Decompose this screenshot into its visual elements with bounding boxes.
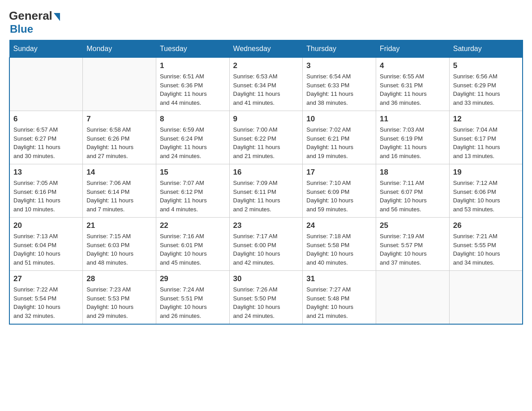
day-number: 4 bbox=[380, 61, 446, 70]
calendar-week-row: 13Sunrise: 7:05 AM Sunset: 6:16 PM Dayli… bbox=[9, 164, 523, 218]
logo: General Blue bbox=[9, 9, 60, 35]
calendar-cell: 29Sunrise: 7:24 AM Sunset: 5:51 PM Dayli… bbox=[156, 271, 229, 325]
day-info: Sunrise: 7:02 AM Sunset: 6:21 PM Dayligh… bbox=[306, 125, 372, 160]
calendar-cell: 27Sunrise: 7:22 AM Sunset: 5:54 PM Dayli… bbox=[9, 271, 83, 325]
day-number: 13 bbox=[13, 168, 79, 177]
column-header-saturday: Saturday bbox=[449, 40, 523, 58]
calendar-cell: 12Sunrise: 7:04 AM Sunset: 6:17 PM Dayli… bbox=[449, 111, 523, 164]
day-info: Sunrise: 7:19 AM Sunset: 5:57 PM Dayligh… bbox=[380, 232, 446, 267]
day-info: Sunrise: 7:07 AM Sunset: 6:12 PM Dayligh… bbox=[160, 179, 226, 214]
calendar-header-row: SundayMondayTuesdayWednesdayThursdayFrid… bbox=[9, 40, 523, 58]
day-info: Sunrise: 6:58 AM Sunset: 6:26 PM Dayligh… bbox=[86, 125, 152, 160]
day-info: Sunrise: 6:53 AM Sunset: 6:34 PM Dayligh… bbox=[233, 72, 299, 107]
day-info: Sunrise: 7:16 AM Sunset: 6:01 PM Dayligh… bbox=[160, 232, 226, 267]
day-info: Sunrise: 7:15 AM Sunset: 6:03 PM Dayligh… bbox=[86, 232, 152, 267]
day-number: 16 bbox=[233, 168, 299, 177]
column-header-tuesday: Tuesday bbox=[156, 40, 229, 58]
day-info: Sunrise: 7:27 AM Sunset: 5:48 PM Dayligh… bbox=[306, 285, 372, 320]
calendar-cell: 7Sunrise: 6:58 AM Sunset: 6:26 PM Daylig… bbox=[83, 111, 156, 164]
calendar-cell: 6Sunrise: 6:57 AM Sunset: 6:27 PM Daylig… bbox=[9, 111, 83, 164]
calendar-week-row: 20Sunrise: 7:13 AM Sunset: 6:04 PM Dayli… bbox=[9, 218, 523, 271]
calendar-cell: 25Sunrise: 7:19 AM Sunset: 5:57 PM Dayli… bbox=[376, 218, 450, 271]
day-number: 29 bbox=[160, 274, 226, 283]
day-number: 2 bbox=[233, 61, 299, 70]
calendar-cell: 18Sunrise: 7:11 AM Sunset: 6:07 PM Dayli… bbox=[376, 164, 450, 218]
day-number: 20 bbox=[13, 221, 79, 230]
calendar-week-row: 27Sunrise: 7:22 AM Sunset: 5:54 PM Dayli… bbox=[9, 271, 523, 325]
calendar-cell: 1Sunrise: 6:51 AM Sunset: 6:36 PM Daylig… bbox=[156, 58, 229, 111]
day-info: Sunrise: 7:10 AM Sunset: 6:09 PM Dayligh… bbox=[306, 179, 372, 214]
calendar-cell: 4Sunrise: 6:55 AM Sunset: 6:31 PM Daylig… bbox=[376, 58, 450, 111]
day-number: 1 bbox=[160, 61, 226, 70]
day-info: Sunrise: 7:21 AM Sunset: 5:55 PM Dayligh… bbox=[453, 232, 519, 267]
day-info: Sunrise: 6:54 AM Sunset: 6:33 PM Dayligh… bbox=[306, 72, 372, 107]
calendar-cell: 10Sunrise: 7:02 AM Sunset: 6:21 PM Dayli… bbox=[303, 111, 376, 164]
day-info: Sunrise: 6:56 AM Sunset: 6:29 PM Dayligh… bbox=[453, 72, 519, 107]
day-info: Sunrise: 7:26 AM Sunset: 5:50 PM Dayligh… bbox=[233, 285, 299, 320]
calendar-cell: 24Sunrise: 7:18 AM Sunset: 5:58 PM Dayli… bbox=[303, 218, 376, 271]
calendar-cell bbox=[83, 58, 156, 111]
day-info: Sunrise: 6:57 AM Sunset: 6:27 PM Dayligh… bbox=[13, 125, 79, 160]
column-header-sunday: Sunday bbox=[9, 40, 83, 58]
day-info: Sunrise: 7:13 AM Sunset: 6:04 PM Dayligh… bbox=[13, 232, 79, 267]
day-number: 18 bbox=[380, 168, 446, 177]
day-number: 12 bbox=[453, 115, 519, 124]
day-number: 7 bbox=[86, 115, 152, 124]
calendar-cell: 11Sunrise: 7:03 AM Sunset: 6:19 PM Dayli… bbox=[376, 111, 450, 164]
day-number: 3 bbox=[306, 61, 372, 70]
day-number: 10 bbox=[306, 115, 372, 124]
logo-general-text: General bbox=[9, 9, 52, 23]
day-number: 24 bbox=[306, 221, 372, 230]
day-number: 11 bbox=[380, 115, 446, 124]
column-header-monday: Monday bbox=[83, 40, 156, 58]
calendar-cell: 26Sunrise: 7:21 AM Sunset: 5:55 PM Dayli… bbox=[449, 218, 523, 271]
logo-arrow-icon bbox=[54, 13, 60, 21]
calendar-cell: 30Sunrise: 7:26 AM Sunset: 5:50 PM Dayli… bbox=[229, 271, 303, 325]
day-info: Sunrise: 7:04 AM Sunset: 6:17 PM Dayligh… bbox=[453, 125, 519, 160]
day-number: 17 bbox=[306, 168, 372, 177]
day-number: 8 bbox=[160, 115, 226, 124]
column-header-friday: Friday bbox=[376, 40, 450, 58]
day-info: Sunrise: 6:51 AM Sunset: 6:36 PM Dayligh… bbox=[160, 72, 226, 107]
calendar-cell: 5Sunrise: 6:56 AM Sunset: 6:29 PM Daylig… bbox=[449, 58, 523, 111]
day-info: Sunrise: 7:18 AM Sunset: 5:58 PM Dayligh… bbox=[306, 232, 372, 267]
page-header: General Blue bbox=[9, 9, 523, 35]
calendar-cell: 20Sunrise: 7:13 AM Sunset: 6:04 PM Dayli… bbox=[9, 218, 83, 271]
day-number: 25 bbox=[380, 221, 446, 230]
calendar-cell: 14Sunrise: 7:06 AM Sunset: 6:14 PM Dayli… bbox=[83, 164, 156, 218]
calendar-cell: 22Sunrise: 7:16 AM Sunset: 6:01 PM Dayli… bbox=[156, 218, 229, 271]
day-info: Sunrise: 7:12 AM Sunset: 6:06 PM Dayligh… bbox=[453, 179, 519, 214]
day-number: 27 bbox=[13, 274, 79, 283]
calendar-week-row: 6Sunrise: 6:57 AM Sunset: 6:27 PM Daylig… bbox=[9, 111, 523, 164]
day-info: Sunrise: 7:06 AM Sunset: 6:14 PM Dayligh… bbox=[86, 179, 152, 214]
column-header-thursday: Thursday bbox=[303, 40, 376, 58]
calendar-cell bbox=[376, 271, 450, 325]
calendar-cell: 15Sunrise: 7:07 AM Sunset: 6:12 PM Dayli… bbox=[156, 164, 229, 218]
day-number: 30 bbox=[233, 274, 299, 283]
day-number: 23 bbox=[233, 221, 299, 230]
day-number: 28 bbox=[86, 274, 152, 283]
calendar-cell: 31Sunrise: 7:27 AM Sunset: 5:48 PM Dayli… bbox=[303, 271, 376, 325]
day-info: Sunrise: 7:05 AM Sunset: 6:16 PM Dayligh… bbox=[13, 179, 79, 214]
calendar-cell: 3Sunrise: 6:54 AM Sunset: 6:33 PM Daylig… bbox=[303, 58, 376, 111]
day-info: Sunrise: 7:24 AM Sunset: 5:51 PM Dayligh… bbox=[160, 285, 226, 320]
calendar-cell: 28Sunrise: 7:23 AM Sunset: 5:53 PM Dayli… bbox=[83, 271, 156, 325]
day-info: Sunrise: 7:00 AM Sunset: 6:22 PM Dayligh… bbox=[233, 125, 299, 160]
calendar-cell bbox=[449, 271, 523, 325]
day-number: 26 bbox=[453, 221, 519, 230]
day-info: Sunrise: 7:17 AM Sunset: 6:00 PM Dayligh… bbox=[233, 232, 299, 267]
calendar-cell: 13Sunrise: 7:05 AM Sunset: 6:16 PM Dayli… bbox=[9, 164, 83, 218]
day-number: 14 bbox=[86, 168, 152, 177]
day-number: 6 bbox=[13, 115, 79, 124]
calendar-cell: 19Sunrise: 7:12 AM Sunset: 6:06 PM Dayli… bbox=[449, 164, 523, 218]
calendar-table: SundayMondayTuesdayWednesdayThursdayFrid… bbox=[9, 40, 523, 325]
calendar-cell: 8Sunrise: 6:59 AM Sunset: 6:24 PM Daylig… bbox=[156, 111, 229, 164]
calendar-cell: 16Sunrise: 7:09 AM Sunset: 6:11 PM Dayli… bbox=[229, 164, 303, 218]
day-info: Sunrise: 7:03 AM Sunset: 6:19 PM Dayligh… bbox=[380, 125, 446, 160]
day-number: 9 bbox=[233, 115, 299, 124]
day-info: Sunrise: 6:59 AM Sunset: 6:24 PM Dayligh… bbox=[160, 125, 226, 160]
logo-blue-text: Blue bbox=[10, 23, 33, 35]
calendar-cell: 9Sunrise: 7:00 AM Sunset: 6:22 PM Daylig… bbox=[229, 111, 303, 164]
calendar-week-row: 1Sunrise: 6:51 AM Sunset: 6:36 PM Daylig… bbox=[9, 58, 523, 111]
calendar-cell: 23Sunrise: 7:17 AM Sunset: 6:00 PM Dayli… bbox=[229, 218, 303, 271]
